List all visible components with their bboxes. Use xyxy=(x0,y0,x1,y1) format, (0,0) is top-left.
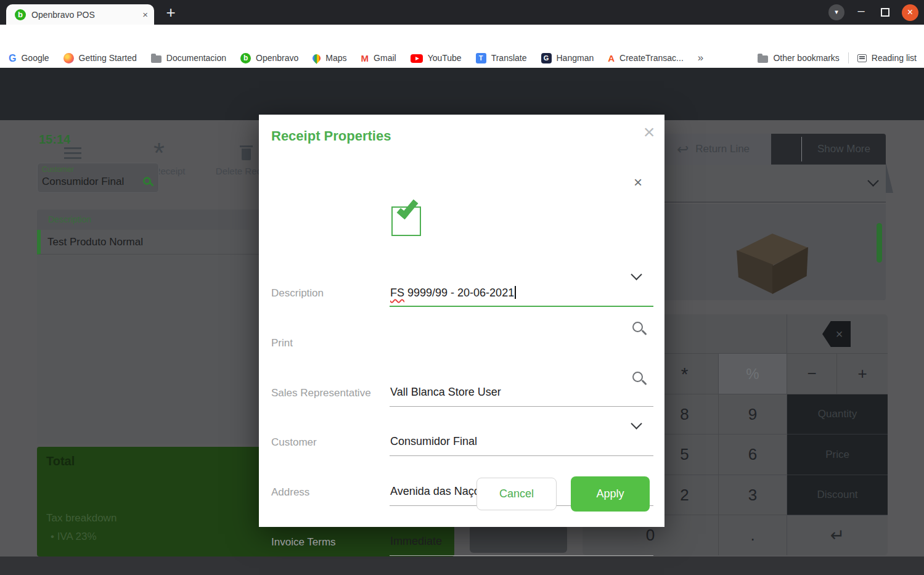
translate-icon: T xyxy=(476,53,486,63)
keypad-display-right: × xyxy=(787,314,888,354)
minus-key[interactable]: − xyxy=(787,354,837,394)
bookmark-translate[interactable]: TTranslate xyxy=(476,53,527,63)
price-key[interactable]: Price xyxy=(787,434,888,475)
maps-pin-icon xyxy=(311,52,322,63)
trash-icon xyxy=(242,149,251,160)
firefox-icon xyxy=(63,53,74,63)
reading-list-button[interactable]: Reading list xyxy=(857,53,917,63)
quantity-key[interactable]: Quantity xyxy=(787,394,888,434)
tax-breakdown-label: Tax breakdown xyxy=(46,512,117,524)
percent-key[interactable]: % xyxy=(719,354,787,394)
bookmark-getting-started[interactable]: Getting Started xyxy=(63,53,137,63)
tab-title: Openbravo POS xyxy=(31,10,137,20)
divider xyxy=(848,52,849,63)
clock-time: 15:14 xyxy=(39,133,70,147)
bookmark-google[interactable]: GGoogle xyxy=(9,53,49,63)
bookmarks-overflow-icon[interactable]: » xyxy=(698,52,703,64)
modal-title: Receipt Properties xyxy=(271,128,391,144)
discount-key[interactable]: Discount xyxy=(787,475,888,515)
window-close-button[interactable]: × xyxy=(902,4,918,21)
window-maximize-button[interactable] xyxy=(881,8,889,17)
openbravo-icon: b xyxy=(240,53,251,63)
bookmark-hangman[interactable]: GHangman xyxy=(541,53,594,63)
bookmark-openbravo[interactable]: bOpenbravo xyxy=(240,53,298,63)
screen: b Openbravo POS × + ▾ – × ← → ↻ portugal… xyxy=(0,0,924,575)
bookmark-documentacion[interactable]: Documentacion xyxy=(151,53,226,63)
scrollbar[interactable] xyxy=(877,223,882,263)
undo-arrow-icon: ↩ xyxy=(677,143,689,155)
tax-line: IVA 23% xyxy=(51,531,97,543)
digit-3-key[interactable]: 3 xyxy=(719,475,787,515)
total-label: Total xyxy=(46,454,75,468)
pos-toolbar: Menu * New Receipt Delete Receipt -100.0… xyxy=(0,68,924,120)
backspace-key[interactable]: × xyxy=(822,321,851,347)
address-search-icon[interactable] xyxy=(632,372,643,385)
customer-box-value: Consumidor Final xyxy=(42,176,124,188)
customer-underline xyxy=(390,440,653,456)
new-tab-button[interactable]: + xyxy=(160,2,181,23)
invoice-terms-label: Invoice Terms xyxy=(271,536,336,548)
description-label: Description xyxy=(271,287,324,300)
apply-button[interactable]: Apply xyxy=(571,476,650,512)
google-icon: G xyxy=(9,53,16,63)
bookmark-createtransac[interactable]: ACreateTransac... xyxy=(608,53,684,63)
window-titlebar: b Openbravo POS × + ▾ – × xyxy=(0,0,924,25)
tab-close-icon[interactable]: × xyxy=(142,9,148,20)
checkmark-icon xyxy=(397,197,419,219)
customer-box-label: Customer xyxy=(42,165,74,174)
bookmark-gmail[interactable]: MGmail xyxy=(361,53,396,63)
clear-description-icon[interactable]: × xyxy=(634,174,642,191)
other-bookmarks-button[interactable]: Other bookmarks xyxy=(758,53,839,63)
folder-icon xyxy=(758,55,768,63)
receipt-properties-modal: Receipt Properties × Description FS 9999… xyxy=(259,115,664,527)
customer-search-box[interactable]: Customer Consumidor Final xyxy=(37,163,159,193)
enter-key[interactable]: ↵ xyxy=(787,515,888,555)
window-minimize-button[interactable]: – xyxy=(852,2,870,20)
chevron-down-icon[interactable] xyxy=(867,175,878,186)
invoice-terms-chevron-icon[interactable] xyxy=(632,419,640,430)
hangman-icon: G xyxy=(541,53,552,63)
reading-list-icon xyxy=(857,54,867,62)
return-line-button[interactable]: ↩ Return Line xyxy=(655,134,771,165)
backspace-icon: × xyxy=(836,327,843,341)
customer-search-icon[interactable] xyxy=(143,177,151,185)
bookmark-maps[interactable]: Maps xyxy=(313,53,346,63)
bookmark-youtube[interactable]: YouTube xyxy=(411,53,462,63)
modal-close-icon[interactable]: × xyxy=(638,121,660,144)
product-box-image xyxy=(737,234,808,294)
bookmarks-bar: GGoogle Getting Started Documentacion bO… xyxy=(0,48,924,68)
sales-rep-label: Sales Representative xyxy=(271,387,371,399)
cancel-button[interactable]: Cancel xyxy=(476,478,557,510)
gmail-icon: M xyxy=(361,53,369,63)
print-label: Print xyxy=(271,337,293,349)
asterisk-icon: * xyxy=(153,145,165,161)
bottom-strip xyxy=(0,557,924,575)
digit-6-key[interactable]: 6 xyxy=(719,434,787,475)
print-checkbox[interactable] xyxy=(391,206,421,236)
decimal-point-key[interactable]: . xyxy=(719,515,787,555)
sales-rep-chevron-icon[interactable] xyxy=(632,270,640,281)
openbravo-favicon-icon: b xyxy=(15,9,26,20)
sales-rep-underline xyxy=(390,391,653,407)
description-underline xyxy=(390,291,653,307)
address-label: Address xyxy=(271,486,309,499)
customer-label: Customer xyxy=(271,436,317,449)
plus-key[interactable]: + xyxy=(837,354,888,394)
digit-9-key[interactable]: 9 xyxy=(719,394,787,434)
menu-icon xyxy=(64,147,81,159)
browser-tab[interactable]: b Openbravo POS × xyxy=(6,4,154,25)
window-menu-caret-icon[interactable]: ▾ xyxy=(828,4,844,20)
youtube-icon xyxy=(411,54,423,63)
folder-icon xyxy=(151,55,161,63)
customer-search-icon[interactable] xyxy=(632,322,643,335)
show-more-button[interactable]: Show More xyxy=(802,134,886,165)
browser-navbar: ← → ↻ portugal-certification-20q3.rm.ope… xyxy=(0,25,924,48)
createtransac-icon: A xyxy=(608,53,615,63)
invoice-terms-underline xyxy=(390,540,653,556)
bookmarks-right-group: Other bookmarks Reading list xyxy=(758,48,917,68)
